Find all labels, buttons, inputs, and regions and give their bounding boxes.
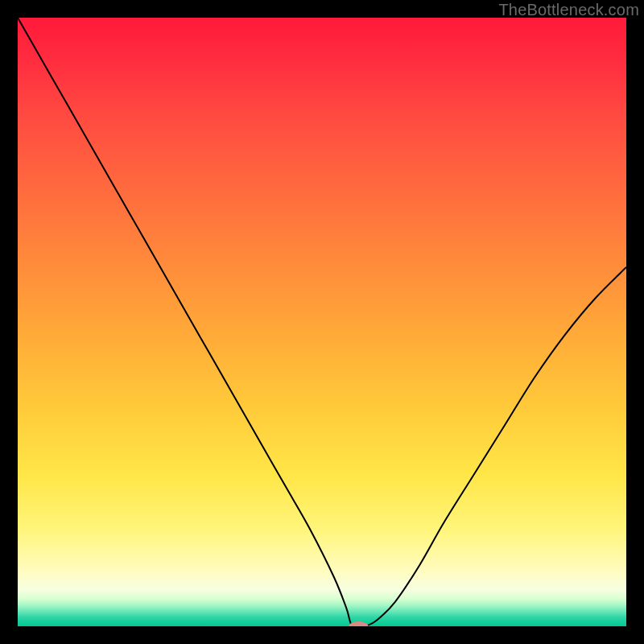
watermark-text: TheBottleneck.com xyxy=(498,1,639,19)
chart-svg xyxy=(18,18,626,626)
plot-area xyxy=(18,18,626,626)
bottleneck-curve xyxy=(18,18,626,626)
chart-frame: TheBottleneck.com xyxy=(0,0,644,644)
optimal-marker xyxy=(349,621,368,626)
